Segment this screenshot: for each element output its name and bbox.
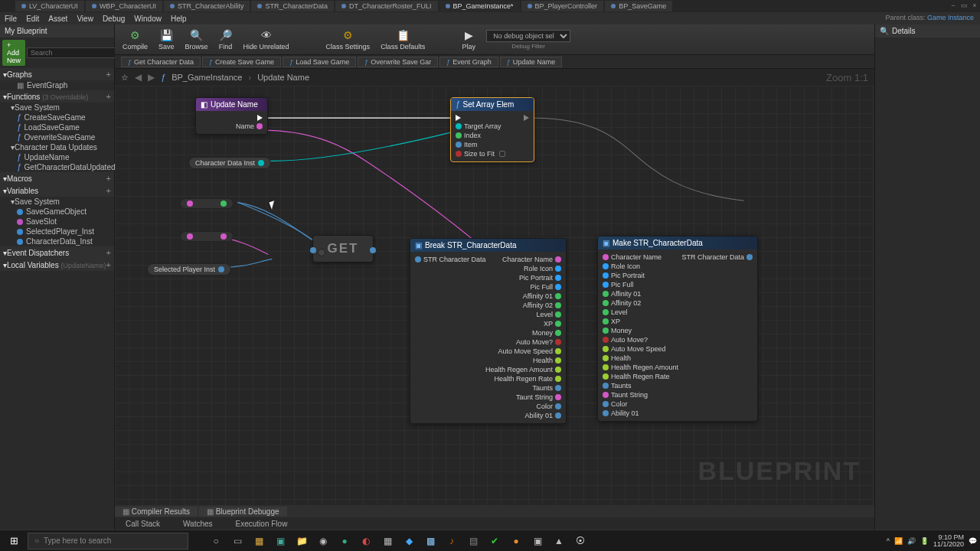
name-out-pin[interactable] [256,123,263,129]
minimize-icon[interactable]: − [948,0,959,11]
section-header[interactable]: ▾Macros+ [0,172,114,184]
fn-tab[interactable]: ƒUpdate Name [500,57,563,67]
app-icon[interactable]: ◐ [357,533,375,549]
save-button[interactable]: 💾Save [158,28,175,51]
chrome-icon[interactable]: ◉ [314,533,332,549]
tree-item[interactable]: ▦ EventGraph [0,80,114,90]
volume-icon[interactable]: 🔊 [907,537,916,545]
browse-button[interactable]: 🔍Browse [185,28,208,51]
add-icon[interactable]: + [106,248,111,257]
debug-object-select[interactable]: No debug object selected [486,30,570,42]
cortana-icon[interactable]: ○ [207,533,225,549]
menu-item[interactable]: Debug [103,15,125,23]
tree-item[interactable]: ▾Save System [0,103,114,112]
tree-item[interactable]: ▾Character Data Updates [0,142,114,152]
app-icon[interactable]: ▦ [378,533,397,549]
app-icon[interactable]: ● [507,533,525,549]
explorer-icon[interactable]: ▦ [250,533,268,549]
app-icon[interactable]: ◆ [400,533,418,549]
fn-tab[interactable]: ƒOverwrite Save Gar [358,57,438,67]
exec-out-pin[interactable] [257,115,263,121]
system-tray[interactable]: ^ 📶 🔊 🔋 9:10 PM11/1/2020 💬 [887,534,977,548]
node-set-array-elem[interactable]: ƒSet Array Elem Target Array Index Item … [450,97,534,162]
tree-item[interactable]: ƒ CreateSaveGame [0,112,114,122]
tree-item[interactable]: SaveSlot [0,217,114,227]
bottom-tab[interactable]: ▦ Compiler Results [115,507,198,517]
breadcrumb-root[interactable]: BP_GameInstance [172,73,242,82]
bottom-subtab[interactable]: Call Stack [115,519,171,529]
add-new-button[interactable]: + Add New [2,40,25,66]
menu-item[interactable]: Asset [48,15,67,23]
app-icon[interactable]: ▲ [550,533,568,549]
battery-icon[interactable]: 🔋 [920,537,929,545]
app-icon[interactable]: ✔ [485,533,504,549]
tree-item[interactable]: ƒ LoadSaveGame [0,122,114,132]
favorite-icon[interactable]: ☆ [121,73,129,83]
sidebar-search-input[interactable] [27,47,120,58]
file-tab[interactable]: STR_CharacterAbility [164,1,250,11]
add-icon[interactable]: + [106,174,111,183]
node-update-name[interactable]: ◧Update Name Name [195,97,268,135]
fn-tab[interactable]: ƒCreate Save Game [202,57,281,67]
bottom-subtab[interactable]: Watches [172,519,224,529]
node-make-struct[interactable]: ▣Make STR_CharacterData Character NameST… [597,236,758,422]
tree-item[interactable]: SelectedPlayer_Inst [0,227,114,236]
exec-in-pin[interactable] [456,115,461,121]
menu-item[interactable]: Help [171,15,187,23]
fn-tab[interactable]: ƒEvent Graph [439,57,498,67]
reroute-node[interactable] [180,231,234,242]
checkbox[interactable] [499,151,505,157]
play-button[interactable]: ▶Play [462,28,475,51]
tree-item[interactable]: SaveGameObject [0,207,114,217]
app-icon[interactable]: ▣ [271,533,289,549]
reroute-node[interactable] [180,198,234,209]
bottom-tab[interactable]: ▦ Blueprint Debugge [199,507,287,517]
taskview-icon[interactable]: ▭ [228,533,247,549]
file-tab[interactable]: BP_PlayerController [521,1,604,11]
taskbar-search[interactable]: ○Type here to search [28,533,188,549]
tree-item[interactable]: ƒ GetCharacterDataUpdated [0,162,114,172]
section-header[interactable]: ▾Event Dispatchers+ [0,246,114,259]
find-button[interactable]: 🔎Find [219,28,233,51]
unreal-icon[interactable]: ⦿ [571,533,590,549]
menu-item[interactable]: Window [134,15,162,23]
app-icon[interactable]: ♪ [443,533,461,549]
add-icon[interactable]: + [106,92,111,101]
add-icon[interactable]: + [106,70,111,79]
hide-unrelated-button[interactable]: 👁Hide Unrelated [243,28,289,51]
app-icon[interactable]: ● [335,533,354,549]
file-tab[interactable]: DT_CharacterRoster_FULI [335,1,438,11]
class-settings-button[interactable]: ⚙Class Settings [326,28,371,51]
menu-item[interactable]: Edit [26,15,39,23]
app-icon[interactable]: ▩ [421,533,439,549]
add-icon[interactable]: + [106,260,111,269]
bottom-subtab[interactable]: Execution Flow [225,519,299,529]
parent-class-link[interactable]: Game Instance [927,14,974,21]
menu-item[interactable]: View [77,15,93,23]
var-character-data-inst[interactable]: Character Data Inst [188,157,271,169]
fn-tab[interactable]: ƒGet Character Data [121,57,201,67]
start-button[interactable]: ⊞ [3,533,24,549]
add-icon[interactable]: + [106,186,111,195]
graph-canvas[interactable]: ◧Update Name Name ƒSet Array Elem Target… [115,86,874,505]
app-icon[interactable]: ▤ [464,533,482,549]
var-selected-player-inst[interactable]: Selected Player Inst [147,263,231,276]
exec-out-pin[interactable] [524,115,529,121]
wifi-icon[interactable]: 📶 [894,537,903,545]
close-icon[interactable]: × [969,0,980,11]
section-header[interactable]: ▾Functions (3 Overridable)+ [0,90,114,103]
file-tab[interactable]: BP_SaveGame [605,1,672,11]
section-header[interactable]: ▾Graphs+ [0,68,114,80]
section-header[interactable]: ▾Local Variables (UpdateName)+ [0,259,114,271]
clock[interactable]: 9:10 PM11/1/2020 [933,534,964,548]
compile-button[interactable]: ⚙Compile [122,28,148,51]
app-icon[interactable]: 📁 [292,533,311,549]
node-break-struct[interactable]: ▣Break STR_CharacterData STR Character D… [410,238,567,424]
menu-item[interactable]: File [5,15,17,23]
nav-back-icon[interactable]: ◀ [135,72,142,83]
section-header[interactable]: ▾Variables+ [0,184,114,197]
class-defaults-button[interactable]: 📋Class Defaults [381,28,425,51]
tree-item[interactable]: ƒ OverwriteSaveGame [0,132,114,142]
tree-item[interactable]: ▾Save System [0,197,114,207]
maximize-icon[interactable]: ▭ [959,0,969,11]
